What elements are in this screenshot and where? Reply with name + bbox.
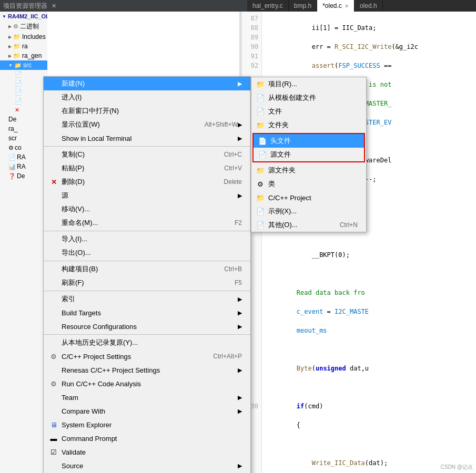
new-icon bbox=[49, 79, 58, 88]
tree-item-scr[interactable]: scr bbox=[0, 133, 47, 143]
source2-arrow: ▶ bbox=[238, 462, 242, 469]
menu-item-sys-explorer[interactable]: 🖥 System Explorer bbox=[44, 418, 250, 431]
menu-item-renesas-settings[interactable]: Renesas C/C++ Project Settings ▶ bbox=[44, 363, 250, 377]
menu-item-source2[interactable]: Source ▶ bbox=[44, 459, 250, 472]
tree-item-src-label: src bbox=[23, 61, 32, 69]
tree-item-de[interactable]: De bbox=[0, 115, 47, 124]
tab-oled-h[interactable]: oled.h bbox=[355, 0, 383, 12]
menu-item-move[interactable]: 移动(V)... bbox=[44, 202, 250, 216]
tree-item-de2[interactable]: ❓ De bbox=[0, 171, 47, 181]
submenu-label-source-folder: 源文件夹 bbox=[268, 166, 296, 175]
class-icon: ⚙ bbox=[256, 179, 265, 189]
tree-item-ra[interactable]: ▶ 📁 ra bbox=[0, 42, 47, 51]
tree-item-src-sub3[interactable]: 📄 bbox=[0, 88, 47, 97]
tree-item-de-label: De bbox=[8, 116, 16, 123]
menu-item-open-new-window[interactable]: 在新窗口中打开(N) bbox=[44, 104, 250, 118]
tree-item-ra4[interactable]: 📊 RA bbox=[0, 162, 47, 171]
menu-item-import[interactable]: 导入(I)... bbox=[44, 232, 250, 246]
tree-item-ra-gen[interactable]: ▶ 📁 ra_gen bbox=[0, 51, 47, 60]
submenu-item-header-file[interactable]: 📄 头文件 bbox=[254, 134, 364, 148]
menu-item-open[interactable]: 进入(I) bbox=[44, 90, 250, 104]
tree-item-src-sub4[interactable]: 📄 bbox=[0, 97, 47, 106]
other-shortcut: Ctrl+N bbox=[340, 221, 358, 229]
tree-item-src[interactable]: ▼ 📁 src bbox=[0, 60, 47, 70]
tree-item-src-sub1[interactable]: 📄 bbox=[0, 70, 47, 79]
menu-item-local-history[interactable]: 从本地历史记录复原(Y)... bbox=[44, 336, 250, 349]
tab-hal-entry[interactable]: hal_entry.c bbox=[247, 0, 289, 12]
tree-root[interactable]: ▼ RA4M2_IIC_OLED [Debug] bbox=[0, 12, 47, 21]
tab-close-oled-c[interactable]: ✕ bbox=[345, 3, 349, 9]
refresh-shortcut: F5 bbox=[235, 279, 242, 286]
menu-item-export[interactable]: 导出(O)... bbox=[44, 246, 250, 260]
submenu-item-folder[interactable]: 📁 文件夹 bbox=[251, 118, 366, 132]
submenu-label-other: 其他(O)... bbox=[268, 220, 298, 230]
source-icon bbox=[49, 191, 58, 200]
new-arrow: ▶ bbox=[238, 80, 242, 87]
tab-oled-c[interactable]: *oled.c ✕ bbox=[317, 0, 355, 12]
menu-item-source[interactable]: 源 ▶ bbox=[44, 189, 250, 202]
submenu-item-other[interactable]: 📄 其他(O)... Ctrl+N bbox=[251, 218, 366, 232]
tree-item-src-sub2[interactable]: 📄 bbox=[0, 79, 47, 88]
menu-item-index[interactable]: 索引 ▶ bbox=[44, 292, 250, 306]
tree-item-co[interactable]: ⚙ co bbox=[0, 143, 47, 152]
tree-item-ra4-label: RA bbox=[17, 163, 26, 170]
submenu-item-class[interactable]: ⚙ 类 bbox=[251, 177, 366, 191]
source-folder-icon: 📁 bbox=[256, 166, 265, 175]
tree-item-src-sub5[interactable]: ✕ bbox=[0, 106, 47, 115]
menu-label-sys-explorer: System Explorer bbox=[62, 421, 112, 429]
menu-item-show-terminal[interactable]: Show in Local Terminal ▶ bbox=[44, 131, 250, 145]
title-bar: 项目资源管理器 ✕ bbox=[0, 0, 247, 12]
menu-item-compare-with[interactable]: Compare With ▶ bbox=[44, 404, 250, 418]
tab-bmp-h[interactable]: bmp.h bbox=[289, 0, 317, 12]
tree-item-de2-label: De bbox=[17, 172, 25, 180]
menu-item-delete[interactable]: ✕ 删除(D) Delete bbox=[44, 175, 250, 189]
delete-icon: ✕ bbox=[49, 177, 58, 187]
menu-item-paste[interactable]: 粘贴(P) Ctrl+V bbox=[44, 161, 250, 175]
menu-item-show-location[interactable]: 显示位置(W) Alt+Shift+W ▶ bbox=[44, 118, 250, 131]
menu-label-show-location: 显示位置(W) bbox=[62, 120, 100, 129]
tree-root-arrow: ▼ bbox=[2, 14, 6, 19]
menu-item-build-targets[interactable]: Build Targets ▶ bbox=[44, 306, 250, 320]
menu-item-team[interactable]: Team ▶ bbox=[44, 390, 250, 404]
show-terminal-arrow: ▶ bbox=[238, 135, 242, 142]
import-icon bbox=[49, 234, 58, 244]
menu-item-build[interactable]: 构建项目(B) Ctrl+B bbox=[44, 262, 250, 276]
tree-item-ra2[interactable]: ra_ bbox=[0, 124, 47, 133]
menu-item-cpp-settings[interactable]: ⚙ C/C++ Project Settings Ctrl+Alt+P bbox=[44, 349, 250, 363]
submenu-label-example: 示例(X)... bbox=[268, 207, 297, 216]
team-arrow: ▶ bbox=[238, 394, 242, 401]
menu-label-rename: 重命名(M)... bbox=[62, 218, 98, 228]
source-arrow: ▶ bbox=[238, 192, 242, 199]
title-bar-close-button[interactable]: ✕ bbox=[52, 3, 56, 9]
tab-label-oled-c: *oled.c bbox=[322, 2, 342, 9]
submenu-item-source-file[interactable]: 📄 源文件 bbox=[254, 148, 364, 161]
submenu-item-project[interactable]: 📁 项目(R)... bbox=[251, 77, 366, 91]
menu-divider-1 bbox=[44, 146, 250, 147]
tree-item-ra3[interactable]: 📄 RA bbox=[0, 152, 47, 162]
tree-item-binary-arrow: ▶ bbox=[8, 24, 12, 29]
menu-item-cmd-prompt[interactable]: ▬ Command Prompt bbox=[44, 431, 250, 445]
submenu-item-source-folder[interactable]: 📁 源文件夹 bbox=[251, 163, 366, 177]
menu-item-refresh[interactable]: 刷新(F) F5 bbox=[44, 276, 250, 290]
menu-label-resource-config: Resource Configurations bbox=[62, 323, 137, 331]
submenu-item-file[interactable]: 📄 文件 bbox=[251, 105, 366, 118]
menu-item-rename[interactable]: 重命名(M)... F2 bbox=[44, 216, 250, 230]
tree-item-includes[interactable]: ▶ 📁 Includes bbox=[0, 32, 47, 42]
tree-root-label: RA4M2_IIC_OLED [Debug] bbox=[8, 13, 47, 19]
menu-item-new[interactable]: 新建(N) ▶ bbox=[44, 77, 250, 90]
submenu-item-example[interactable]: 📄 示例(X)... bbox=[251, 204, 366, 218]
menu-label-show-terminal: Show in Local Terminal bbox=[62, 135, 131, 142]
menu-item-run-analysis[interactable]: ⚙ Run C/C++ Code Analysis bbox=[44, 377, 250, 390]
cmd-prompt-icon: ▬ bbox=[49, 434, 58, 443]
submenu-item-from-template[interactable]: 📄 从模板创建文件 bbox=[251, 91, 366, 105]
menu-divider-2 bbox=[44, 231, 250, 231]
menu-item-copy[interactable]: 复制(C) Ctrl+C bbox=[44, 148, 250, 161]
context-menu: 新建(N) ▶ 进入(I) 在新窗口中打开(N) 显示位置(W) Alt+Shi… bbox=[43, 76, 251, 473]
menu-label-open: 进入(I) bbox=[62, 92, 82, 102]
tree-item-binary[interactable]: ▶ ⚙ 二进制 bbox=[0, 21, 47, 32]
menu-item-resource-config[interactable]: Resource Configurations ▶ bbox=[44, 320, 250, 333]
compare-with-arrow: ▶ bbox=[238, 408, 242, 415]
cpp-settings-shortcut: Ctrl+Alt+P bbox=[213, 353, 242, 360]
submenu-item-cpp-project[interactable]: 📁 C/C++ Project bbox=[251, 191, 366, 204]
menu-item-validate[interactable]: ☑ Validate bbox=[44, 445, 250, 459]
